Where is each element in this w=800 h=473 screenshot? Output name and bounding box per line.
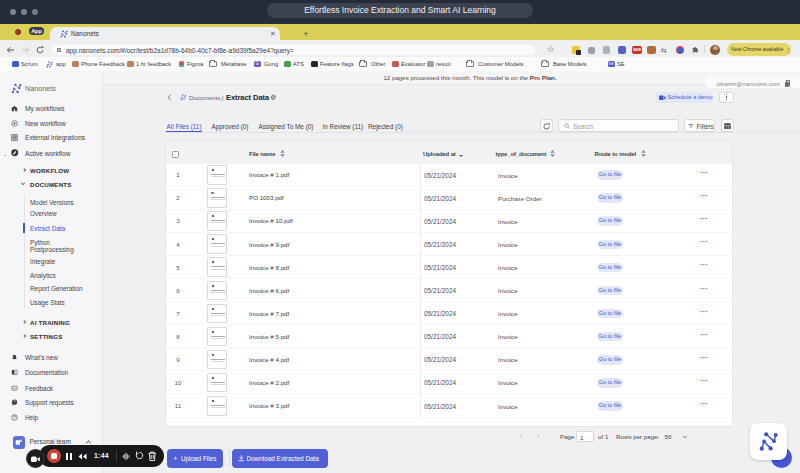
svg-text:?: ? [14,400,16,404]
